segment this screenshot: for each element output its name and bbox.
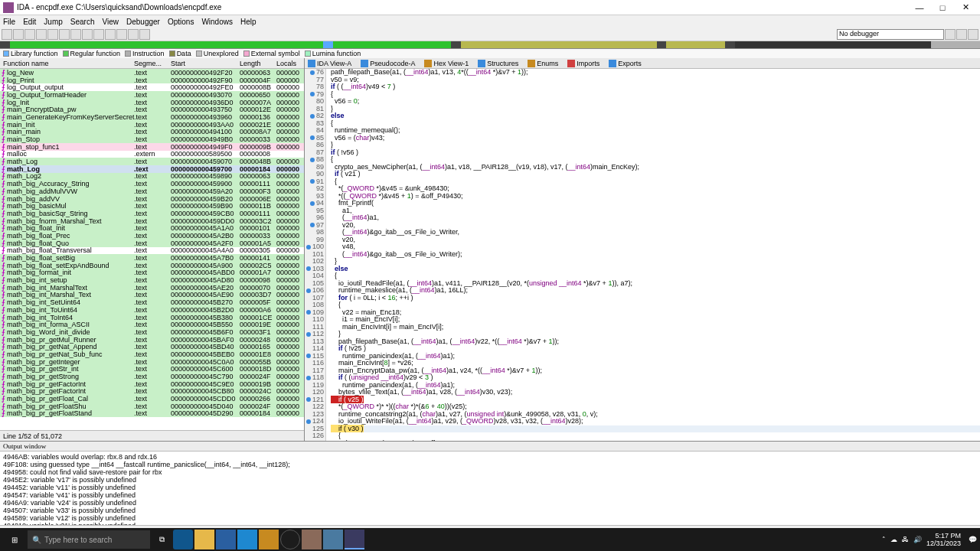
function-row[interactable]: ⨍math_big_float_Transversal.text00000000… xyxy=(0,247,304,255)
function-row[interactable]: ⨍math_big_int_Marshal_Text.text000000000… xyxy=(0,292,304,299)
menu-help[interactable]: Help xyxy=(240,18,256,26)
store-icon[interactable] xyxy=(216,530,236,549)
menu-edit[interactable]: Edit xyxy=(23,18,36,26)
function-row[interactable]: ⨍log_Print.text0000000000492F900000004F0… xyxy=(0,77,304,84)
function-row[interactable]: ⨍math_big_int_ToUint64.text000000000045B… xyxy=(0,306,304,314)
tab-exports[interactable]: Exports xyxy=(609,60,642,67)
function-row[interactable]: ⨍math_big_fnorm_Marshal_Text.text0000000… xyxy=(0,217,304,225)
function-row[interactable]: ⨍log_Output_formatHeader.text00000000004… xyxy=(0,91,304,99)
function-row[interactable]: ⨍math_big_pr_getNat_Append.text000000000… xyxy=(0,343,304,350)
menu-debugger[interactable]: Debugger xyxy=(126,18,160,26)
menu-view[interactable]: View xyxy=(103,18,119,26)
function-row[interactable]: ⨍math_big_pr_getFloatStand.text000000000… xyxy=(0,410,304,418)
function-row[interactable]: ⨍main_GenerateKeyFromKeyServerSecret.tex… xyxy=(0,113,304,121)
function-row[interactable]: ⨍math_big_float_Prec.text000000000045A2B… xyxy=(0,232,304,240)
function-row[interactable]: ⨍math_big_int_forma_ASCII.text0000000000… xyxy=(0,321,304,328)
function-row[interactable]: ⨍math_big_pr_getFloat_Cal.text0000000000… xyxy=(0,395,304,403)
function-row[interactable]: ⨍main_EncryptData_pw.text000000000049375… xyxy=(0,106,304,113)
menu-windows[interactable]: Windows xyxy=(201,18,233,26)
tray-up-icon[interactable]: ˄ xyxy=(882,536,886,543)
chrome-icon[interactable] xyxy=(280,530,300,549)
function-row[interactable]: ⨍math_big_basicMul.text0000000000459B900… xyxy=(0,202,304,210)
menu-options[interactable]: Options xyxy=(168,18,194,26)
app-icon-1[interactable] xyxy=(302,530,322,549)
navigation-band[interactable] xyxy=(0,41,980,49)
refresh-icon[interactable] xyxy=(59,29,70,40)
text-icon[interactable] xyxy=(82,29,93,40)
menu-search[interactable]: Search xyxy=(70,18,95,26)
function-row[interactable]: ⨍math_big_int_ToInt64.text000000000045B3… xyxy=(0,314,304,321)
clock[interactable]: 5:17 PM 12/31/2023 xyxy=(926,532,964,547)
function-row[interactable]: ⨍log_Init.text00000000004936D00000007A00… xyxy=(0,99,304,106)
menu-file[interactable]: File xyxy=(3,18,15,26)
function-row[interactable]: ⨍math_big_int_MarshalText.text0000000000… xyxy=(0,284,304,292)
edge-icon[interactable] xyxy=(173,530,193,549)
taskbar[interactable]: ⊞ 🔍 Type here to search ⧉ ˄ ☁ 🖧 🔊 5:17 P… xyxy=(0,528,980,551)
pseudocode-view[interactable]: 7677787980818283848586878889909192939495… xyxy=(305,69,980,441)
tab-enums[interactable]: Enums xyxy=(528,60,558,67)
minimize-button[interactable]: — xyxy=(908,3,931,12)
run-icon[interactable] xyxy=(47,29,58,40)
code-lines[interactable]: path_filepath_Base(a1, (__int64)a1, v13,… xyxy=(326,69,980,441)
explorer-icon[interactable] xyxy=(194,530,214,549)
function-row[interactable]: ⨍math_big_Word_init_divide.text000000000… xyxy=(0,328,304,336)
debugger-combo[interactable]: No debugger xyxy=(837,29,944,40)
function-row[interactable]: ⨍math_big_pr_getStr_int.text000000000045… xyxy=(0,366,304,373)
function-row[interactable]: ⨍math_big_float_setBig.text000000000045A… xyxy=(0,254,304,262)
zoom-icon[interactable] xyxy=(70,29,81,40)
function-row[interactable]: ⨍math_big_addVV.text0000000000459B200000… xyxy=(0,195,304,203)
tab-ida-view-a[interactable]: IDA View-A xyxy=(308,60,351,67)
back-icon[interactable] xyxy=(24,29,35,40)
function-row[interactable]: ⨍math_big_float_setExpAndBound.text00000… xyxy=(0,262,304,269)
function-row[interactable]: ⨍math_big_float_Quo.text000000000045A2F0… xyxy=(0,240,304,247)
function-row[interactable]: ⨍math_big_int_setup.text000000000045AD80… xyxy=(0,276,304,284)
function-row[interactable]: ⨍main_stop_func1.text00000000004949F0000… xyxy=(0,143,304,151)
function-row[interactable]: ⨍math_big_addMulVVW.text0000000000459A20… xyxy=(0,187,304,195)
stop-icon[interactable] xyxy=(968,29,978,40)
function-row[interactable]: ⨍math_big_pr_getFactorInt.text0000000000… xyxy=(0,388,304,396)
terminal-icon[interactable] xyxy=(259,530,279,549)
function-row[interactable]: ⨍math_big_pr_getNat_Sub_func.text0000000… xyxy=(0,350,304,358)
network-icon[interactable]: 🖧 xyxy=(902,536,909,543)
pause-icon[interactable] xyxy=(956,29,967,40)
vscode-icon[interactable] xyxy=(237,530,257,549)
taskbar-search[interactable]: 🔍 Type here to search xyxy=(28,530,150,549)
notifications-icon[interactable]: 💬 xyxy=(969,536,977,543)
function-row[interactable]: ⨍math_big_int_SetUint64.text000000000045… xyxy=(0,298,304,306)
app-icon-2[interactable] xyxy=(323,530,343,549)
functions-header[interactable]: Function name Segme... Start Length Loca… xyxy=(0,58,304,69)
function-row[interactable]: ⨍math_Log.text00000000004590700000048B00… xyxy=(0,158,304,165)
menu-jump[interactable]: Jump xyxy=(44,18,62,26)
graph-icon[interactable] xyxy=(139,29,150,40)
xref-icon[interactable] xyxy=(128,29,139,40)
ida-icon[interactable] xyxy=(345,530,364,549)
save-icon[interactable] xyxy=(13,29,24,40)
open-icon[interactable] xyxy=(2,29,12,40)
function-row[interactable]: ⨍math_big_pr_getMul_Runner.text000000000… xyxy=(0,336,304,344)
function-row[interactable]: ⨍malloc.extern000000000058950000000008 xyxy=(0,151,304,158)
function-row[interactable]: ⨍math_big_pr_getFloatShu.text00000000004… xyxy=(0,403,304,410)
play-icon[interactable] xyxy=(945,29,956,40)
function-row[interactable]: ⨍math_big_pr_getStrong.text000000000045C… xyxy=(0,373,304,380)
function-row[interactable]: ⨍main_Stop.text00000000004949B0000000330… xyxy=(0,135,304,143)
maximize-button[interactable]: □ xyxy=(931,3,954,12)
tab-pseudocode-a[interactable]: Pseudocode-A xyxy=(361,60,415,67)
system-tray[interactable]: ˄ ☁ 🖧 🔊 5:17 PM 12/31/2023 💬 xyxy=(882,532,977,547)
task-view-icon[interactable]: ⧉ xyxy=(152,530,172,549)
function-row[interactable]: ⨍math_big_float_Init.text000000000045A1A… xyxy=(0,224,304,232)
function-row[interactable]: ⨍math_big_Accuracy_String.text0000000000… xyxy=(0,180,304,187)
function-row[interactable]: ⨍math_Log2.text0000000000459890000000630… xyxy=(0,173,304,181)
functions-table[interactable]: ⨍log_New.text0000000000492F2000000063000… xyxy=(0,69,304,430)
function-row[interactable]: ⨍log_Output_output.text0000000000492FE00… xyxy=(0,83,304,91)
function-row[interactable]: ⨍math_big_basicSqr_String.text0000000000… xyxy=(0,210,304,217)
function-row[interactable]: ⨍math_big_format_init.text000000000045AB… xyxy=(0,269,304,277)
function-row[interactable]: ⨍main_main.text0000000000494100000008A70… xyxy=(0,129,304,136)
cloud-icon[interactable]: ☁ xyxy=(890,536,897,543)
function-row[interactable]: ⨍log_New.text0000000000492F2000000063000… xyxy=(0,69,304,77)
hex-icon[interactable] xyxy=(93,29,104,40)
tab-imports[interactable]: Imports xyxy=(567,60,599,67)
function-row[interactable]: ⨍main_Init.text0000000000493AA00000021E0… xyxy=(0,121,304,129)
output-window[interactable]: Output window 4946AB: variables would ov… xyxy=(0,441,980,525)
close-button[interactable]: ✕ xyxy=(954,2,977,12)
tab-hex-view-1[interactable]: Hex View-1 xyxy=(424,60,469,67)
